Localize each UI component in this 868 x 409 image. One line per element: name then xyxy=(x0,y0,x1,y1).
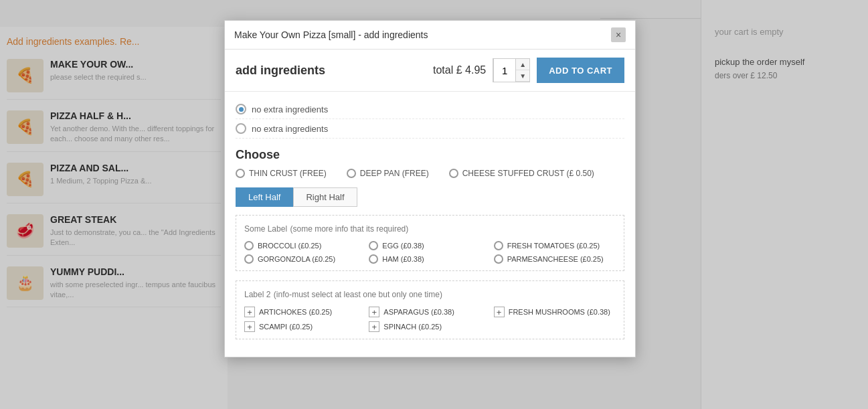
label2-text: Label 2 xyxy=(244,290,270,299)
ingredient-parmesancheese-radio[interactable] xyxy=(494,254,503,264)
ingredient-spinach-label: SPINACH (£0.25) xyxy=(383,323,442,331)
crust-thin-radio[interactable] xyxy=(236,169,245,178)
some-label-text: Some Label xyxy=(244,224,287,234)
some-label-ingredients: BROCCOLI (£0.25) EGG (£0.38) FRESH TOMAT… xyxy=(244,241,616,264)
tabs-row: Left Half Right Half xyxy=(236,187,624,207)
ingredient-ham-radio[interactable] xyxy=(369,254,378,264)
ingredient-asparagus-price: (£0.38) xyxy=(431,308,454,316)
crust-options: THIN CRUST (FREE) DEEP PAN (FREE) CHEESE… xyxy=(236,169,624,178)
modal-title-bar: Make Your Own Pizza [small] - add ingred… xyxy=(225,21,635,50)
ingredient-fresh-tomatoes-radio[interactable] xyxy=(494,241,503,250)
choose-section-label: Choose xyxy=(236,148,624,162)
ingredient-asparagus[interactable]: + ASPARAGUS (£0.38) xyxy=(369,307,491,317)
crust-thin-label: THIN CRUST (FREE) xyxy=(249,169,327,178)
ingredient-scampi-label: SCAMPI (£0.25) xyxy=(259,323,313,331)
ingredient-egg-label: EGG (£0.38) xyxy=(382,242,424,250)
quantity-control: 1 ▲ ▼ xyxy=(493,58,530,82)
ingredient-fresh-tomatoes-label: FRESH TOMATOES (£0.25) xyxy=(507,242,600,250)
ingredient-ham-label: HAM (£0.38) xyxy=(382,255,424,263)
ingredient-broccoli-radio[interactable] xyxy=(244,241,254,250)
add-to-cart-button[interactable]: ADD TO CART xyxy=(537,58,624,83)
ingredient-fresh-mushrooms[interactable]: + FRESH MUSHROOMS (£0.38) xyxy=(494,307,616,317)
radio-dot-1[interactable] xyxy=(236,104,246,114)
ingredient-ham[interactable]: HAM (£0.38) xyxy=(369,254,491,264)
radio-label-1: no extra ingredients xyxy=(252,104,328,114)
modal-body: no extra ingredients no extra ingredient… xyxy=(225,92,635,357)
crust-cheese-radio[interactable] xyxy=(449,169,458,178)
tab-left-half[interactable]: Left Half xyxy=(236,187,293,207)
ingredient-parmesancheese-label: PARMESANCHEESE (£0.25) xyxy=(507,255,604,263)
ingredient-artichokes-label: ARTICHOKES (£0.25) xyxy=(259,308,332,316)
ingredient-gorgonzola-radio[interactable] xyxy=(244,254,254,264)
ingredient-fresh-tomatoes[interactable]: FRESH TOMATOES (£0.25) xyxy=(494,241,616,250)
modal-dialog: Make Your Own Pizza [small] - add ingred… xyxy=(224,20,636,357)
ingredient-parmesancheese[interactable]: PARMESANCHEESE (£0.25) xyxy=(494,254,616,264)
ingredient-fresh-mushrooms-label: FRESH MUSHROOMS (£0.38) xyxy=(509,308,610,316)
ingredient-artichokes-plus[interactable]: + xyxy=(244,307,255,317)
some-label-section: Some Label (some more info that its requ… xyxy=(236,215,624,271)
radio-label-2: no extra ingredients xyxy=(252,124,328,134)
crust-cheese-label: CHEESE STUFFED CRUST (£ 0.50) xyxy=(462,169,594,178)
some-label-info: (some more info that its required) xyxy=(290,224,409,234)
label2-ingredients: + ARTICHOKES (£0.25) + ASPARAGUS (£0.38)… xyxy=(244,307,616,332)
ingredient-ham-price: (£0.38) xyxy=(401,255,424,263)
crust-cheese[interactable]: CHEESE STUFFED CRUST (£ 0.50) xyxy=(449,169,594,178)
ingredient-gorgonzola-price: (£0.25) xyxy=(312,255,335,263)
quantity-down-button[interactable]: ▼ xyxy=(516,70,529,82)
ingredient-broccoli-label: BROCCOLI (£0.25) xyxy=(258,242,321,250)
radio-dot-2[interactable] xyxy=(236,123,246,134)
ingredient-broccoli[interactable]: BROCCOLI (£0.25) xyxy=(244,241,366,250)
ingredient-fresh-mushrooms-price: (£0.38) xyxy=(587,308,610,316)
crust-deep-pan-radio[interactable] xyxy=(347,169,356,178)
ingredient-asparagus-label: ASPARAGUS (£0.38) xyxy=(383,308,454,316)
ingredient-broccoli-price: (£0.25) xyxy=(298,242,322,250)
crust-thin[interactable]: THIN CRUST (FREE) xyxy=(236,169,327,178)
ingredient-gorgonzola[interactable]: GORGONZOLA (£0.25) xyxy=(244,254,366,264)
ingredient-spinach-plus[interactable]: + xyxy=(369,321,379,332)
ingredient-egg[interactable]: EGG (£0.38) xyxy=(369,241,491,250)
modal-header: add ingredients total £ 4.95 1 ▲ ▼ ADD T… xyxy=(225,50,635,92)
ingredient-egg-price: (£0.38) xyxy=(401,242,424,250)
quantity-up-button[interactable]: ▲ xyxy=(516,59,529,70)
modal-close-button[interactable]: × xyxy=(611,27,626,42)
modal-header-left: add ingredients xyxy=(236,64,325,78)
ingredient-artichokes-price: (£0.25) xyxy=(309,308,332,316)
ingredient-egg-radio[interactable] xyxy=(369,241,378,250)
ingredient-fresh-mushrooms-plus[interactable]: + xyxy=(494,307,505,317)
label2-title: Label 2 (info-must select at least one b… xyxy=(244,288,616,300)
ingredient-artichokes[interactable]: + ARTICHOKES (£0.25) xyxy=(244,307,366,317)
crust-deep-pan-label: DEEP PAN (FREE) xyxy=(360,169,429,178)
radio-row-1[interactable]: no extra ingredients xyxy=(236,100,624,119)
radio-row-2[interactable]: no extra ingredients xyxy=(236,119,624,139)
modal-header-right: total £ 4.95 1 ▲ ▼ ADD TO CART xyxy=(433,58,624,83)
crust-deep-pan[interactable]: DEEP PAN (FREE) xyxy=(347,169,429,178)
tab-right-half[interactable]: Right Half xyxy=(293,187,357,207)
label2-info: (info-must select at least one but only … xyxy=(274,290,442,299)
label2-section: Label 2 (info-must select at least one b… xyxy=(236,280,624,339)
ingredient-parmesancheese-price: (£0.25) xyxy=(580,255,604,263)
ingredient-scampi-price: (£0.25) xyxy=(289,323,313,331)
ingredient-scampi[interactable]: + SCAMPI (£0.25) xyxy=(244,321,366,332)
total-label: total £ 4.95 xyxy=(433,64,486,76)
some-label-title: Some Label (some more info that its requ… xyxy=(244,222,616,234)
quantity-display: 1 xyxy=(493,59,516,82)
quantity-arrows: ▲ ▼ xyxy=(516,59,529,82)
ingredient-gorgonzola-label: GORGONZOLA (£0.25) xyxy=(258,255,335,263)
ingredient-asparagus-plus[interactable]: + xyxy=(369,307,379,317)
ingredient-spinach[interactable]: + SPINACH (£0.25) xyxy=(369,321,491,332)
modal-heading: add ingredients xyxy=(236,64,325,78)
modal-title: Make Your Own Pizza [small] - add ingred… xyxy=(234,29,428,40)
ingredient-fresh-tomatoes-price: (£0.25) xyxy=(576,242,600,250)
ingredient-spinach-price: (£0.25) xyxy=(418,323,442,331)
ingredient-scampi-plus[interactable]: + xyxy=(244,321,255,332)
